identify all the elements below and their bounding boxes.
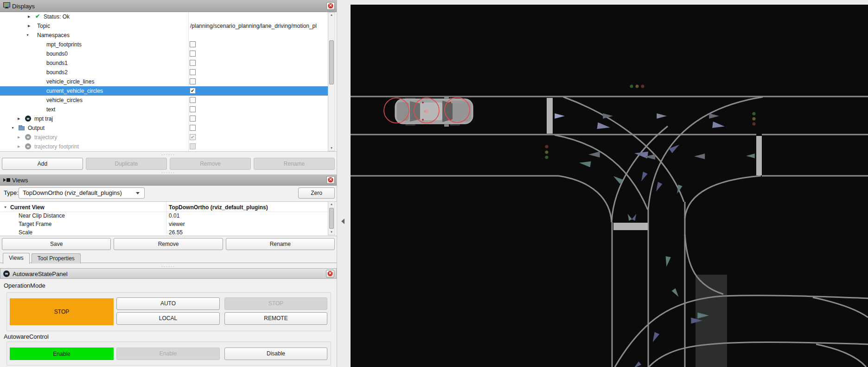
view-properties-table[interactable]: ▼Current ViewTopDownOrtho (rviz_default_…: [0, 201, 337, 236]
views-icon: [3, 178, 11, 182]
checkbox[interactable]: [190, 41, 196, 47]
expand-arrow-icon[interactable]: ▶: [18, 117, 20, 121]
checkbox[interactable]: [190, 106, 196, 112]
zero-button[interactable]: Zero: [298, 187, 335, 199]
check-icon: ✔: [35, 13, 40, 19]
views-panel-titlebar[interactable]: Views ✕: [0, 174, 337, 186]
autoware-panel-title: AutowareStatePanel: [13, 270, 68, 277]
checkbox[interactable]: ✔: [190, 134, 196, 140]
remove-button[interactable]: Remove: [114, 238, 223, 250]
local-button[interactable]: LOCAL: [116, 312, 220, 325]
tree-item-label: mpt traj: [34, 116, 53, 122]
3d-viewport[interactable]: [351, 0, 868, 367]
displays-tree[interactable]: ▶✔Status: Ok▶Topic/planning/scenario_pla…: [0, 12, 337, 152]
autoware-close-button[interactable]: ✕: [326, 270, 334, 277]
displays-panel-titlebar[interactable]: Displays ✕: [0, 0, 337, 12]
autoware-panel-titlebar[interactable]: w AutowareStatePanel ✕: [0, 268, 337, 279]
property-value[interactable]: viewer: [169, 221, 185, 227]
autoware-logo-icon: w: [3, 270, 10, 277]
tree-item-mpt-footprints[interactable]: mpt_footprints: [0, 40, 328, 49]
checkbox[interactable]: [190, 51, 196, 57]
checkbox[interactable]: ✔: [190, 88, 196, 94]
property-row-near-clip-distance[interactable]: Near Clip Distance0.01: [0, 212, 328, 220]
scrollbar-thumb[interactable]: [329, 208, 334, 229]
tree-item-current-vehicle-circles[interactable]: current_vehicle_circles✔: [0, 86, 328, 96]
disable-button[interactable]: Disable: [224, 348, 327, 360]
tree-item-label: Topic: [37, 23, 50, 29]
property-value[interactable]: TopDownOrtho (rviz_default_plugins): [169, 204, 268, 211]
tree-item-output[interactable]: ▼Output: [0, 123, 328, 133]
checkbox[interactable]: [190, 78, 196, 84]
tree-item-text[interactable]: text: [0, 105, 328, 114]
tab-views[interactable]: Views: [3, 253, 30, 264]
scrollbar-thumb[interactable]: [329, 40, 334, 84]
map-svg: [351, 0, 868, 367]
checkbox[interactable]: [190, 60, 196, 66]
operation-mode-status: STOP: [10, 298, 114, 325]
tree-item-topic[interactable]: ▶Topic/planning/scenario_planning/lane_d…: [0, 21, 328, 31]
tree-item-trajectory-footprint[interactable]: ▶wtrajectory footprint: [0, 142, 328, 151]
tree-item-label: mpt_footprints: [46, 41, 82, 48]
scroll-down-icon[interactable]: ▼: [328, 146, 335, 151]
tree-item-namespaces[interactable]: ▼Namespaces: [0, 31, 328, 40]
dock-splitter[interactable]: [337, 0, 351, 367]
checkbox[interactable]: [190, 143, 196, 149]
expand-arrow-icon[interactable]: ▶: [18, 145, 20, 148]
tree-item-label: trajectory footprint: [34, 143, 79, 150]
drag-handle[interactable]: ······: [0, 154, 337, 156]
scroll-down-icon[interactable]: ▼: [328, 230, 335, 235]
property-name: Current View: [10, 204, 45, 211]
property-name: Scale: [19, 229, 32, 236]
expand-arrow-icon[interactable]: ▶: [28, 24, 30, 28]
scroll-up-icon[interactable]: ▲: [328, 13, 335, 18]
type-label: Type:: [4, 189, 19, 196]
property-row-scale[interactable]: Scale26.55: [0, 228, 328, 236]
expand-arrow-icon[interactable]: ▶: [28, 15, 30, 19]
displays-tree-scrollbar[interactable]: ▲ ▼: [328, 12, 335, 151]
view-type-value: TopDownOrtho (rviz_default_plugins): [23, 189, 122, 196]
checkbox[interactable]: [190, 69, 196, 75]
property-row-current-view[interactable]: ▼Current ViewTopDownOrtho (rviz_default_…: [0, 203, 328, 212]
operation-mode-label: OperationMode: [4, 282, 45, 289]
viewport-background: [351, 0, 868, 367]
add-button[interactable]: Add: [2, 158, 83, 170]
collapse-arrow-icon[interactable]: ▼: [4, 206, 7, 209]
property-value[interactable]: 0.01: [169, 212, 179, 219]
collapse-arrow-icon[interactable]: ▼: [26, 33, 29, 37]
autoware-control-group: Enable Enable Disable: [6, 341, 331, 366]
operation-mode-group: STOP AUTO STOP LOCAL REMOTE: [6, 292, 331, 331]
tree-item-bounds0[interactable]: bounds0: [0, 49, 328, 58]
collapse-arrow-icon[interactable]: ▼: [11, 126, 14, 129]
close-icon: ✕: [328, 3, 333, 8]
save-button[interactable]: Save: [2, 238, 111, 250]
tree-item-status-ok[interactable]: ▶✔Status: Ok: [0, 12, 328, 21]
view-type-dropdown[interactable]: TopDownOrtho (rviz_default_plugins): [19, 187, 145, 199]
tab-tool-properties[interactable]: Tool Properties: [32, 253, 81, 264]
tree-item-trajectory[interactable]: ▶wtrajectory✔: [0, 133, 328, 142]
rviz-window: Displays ✕ ▶✔Status: Ok▶Topic/planning/s…: [0, 0, 868, 367]
drag-handle[interactable]: ······: [0, 172, 337, 174]
view-properties-scrollbar[interactable]: ▲ ▼: [328, 201, 335, 235]
rename-button[interactable]: Rename: [226, 238, 335, 250]
checkbox[interactable]: [190, 97, 196, 103]
remote-button[interactable]: REMOTE: [224, 312, 327, 325]
property-value[interactable]: 26.55: [169, 229, 183, 236]
views-close-button[interactable]: ✕: [326, 176, 335, 184]
tree-item-vehicle-circle-lines[interactable]: vehicle_circle_lines: [0, 77, 328, 86]
views-panel-title: Views: [12, 176, 28, 183]
auto-button[interactable]: AUTO: [116, 297, 220, 310]
expand-arrow-icon[interactable]: ▶: [18, 135, 20, 139]
displays-close-button[interactable]: ✕: [326, 2, 335, 10]
collapse-panel-arrow-icon[interactable]: [341, 219, 345, 224]
scroll-up-icon[interactable]: ▲: [328, 202, 335, 207]
left-dock: Displays ✕ ▶✔Status: Ok▶Topic/planning/s…: [0, 0, 337, 367]
checkbox[interactable]: [190, 116, 196, 122]
property-row-target-frame[interactable]: Target Frameviewer: [0, 220, 328, 228]
tree-item-bounds1[interactable]: bounds1: [0, 58, 328, 68]
tree-item-vehicle-circles[interactable]: vehicle_circles: [0, 96, 328, 105]
tree-item-bounds2[interactable]: bounds2: [0, 68, 328, 77]
duplicate-button: Duplicate: [86, 158, 167, 170]
drag-handle[interactable]: ······: [0, 265, 337, 268]
tree-item-mpt-traj[interactable]: ▶wmpt traj: [0, 114, 328, 123]
checkbox[interactable]: [190, 125, 196, 131]
